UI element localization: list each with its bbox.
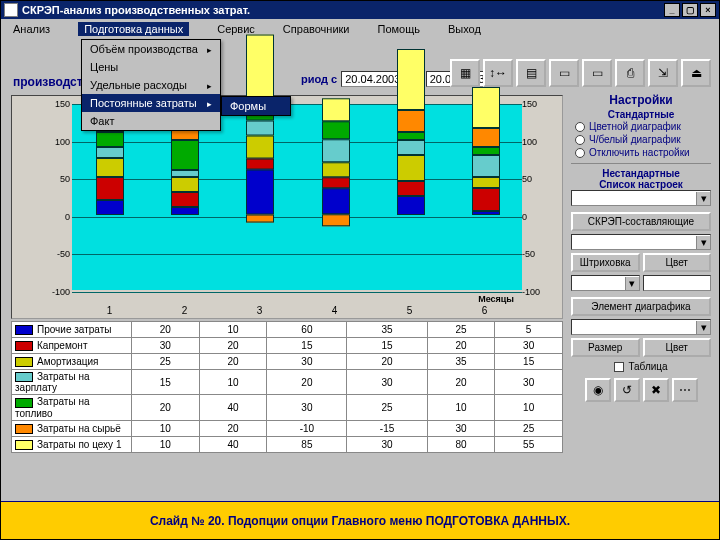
menu-dropdown: Объём производстваЦеныУдельные расходыПо… xyxy=(81,39,221,131)
element-combo[interactable]: ▾ xyxy=(571,319,711,335)
tool-exit-icon[interactable]: ⏏ xyxy=(681,59,711,87)
table-row: Капремонт302015152030 xyxy=(12,338,563,354)
table-row: Прочие затраты20106035255 xyxy=(12,322,563,338)
settings-std-label: Стандартные xyxy=(571,109,711,120)
color-button[interactable]: Цвет xyxy=(643,253,712,272)
menu-item[interactable]: Постоянные затраты xyxy=(82,94,220,112)
table-checkbox[interactable]: Таблица xyxy=(571,361,711,372)
radio-option[interactable]: Ч/белый диаграфик xyxy=(571,133,711,146)
title-bar: СКРЭП-анализ производственных затрат. _ … xyxy=(1,1,719,19)
series-combo[interactable]: ▾ xyxy=(571,234,711,250)
maximize-button[interactable]: ▢ xyxy=(682,3,698,17)
table-row: Затраты по цеху 1104085308055 xyxy=(12,436,563,452)
radio-option[interactable]: Цветной диаграфик xyxy=(571,120,711,133)
slide-caption: Слайд № 20. Подопции опции Главного меню… xyxy=(1,501,719,539)
menu-item[interactable]: Цены xyxy=(82,58,220,76)
settings-panel: Настройки Стандартные Цветной диаграфикЧ… xyxy=(571,91,711,402)
more-icon[interactable]: ⋯ xyxy=(672,378,698,402)
window-title: СКРЭП-анализ производственных затрат. xyxy=(22,4,250,16)
menu-0[interactable]: Анализ xyxy=(13,23,50,35)
submenu-item[interactable]: Формы xyxy=(222,97,290,115)
settings-title: Настройки xyxy=(571,91,711,109)
menu-submenu: Формы xyxy=(221,96,291,116)
menu-5[interactable]: Выход xyxy=(448,23,481,35)
color2-button[interactable]: Цвет xyxy=(643,338,712,357)
apply-icon[interactable]: ◉ xyxy=(585,378,611,402)
table-row: Затраты на топливо204030251010 xyxy=(12,395,563,420)
reset1-icon[interactable]: ↺ xyxy=(614,378,640,402)
settings-list-label: Список настроек xyxy=(571,179,711,190)
series-button[interactable]: СКРЭП-составляющие xyxy=(571,212,711,231)
table-row: Амортизация252030203515 xyxy=(12,354,563,370)
tool-chart-icon[interactable]: ▦ xyxy=(450,59,480,87)
close-button[interactable]: × xyxy=(700,3,716,17)
minimize-button[interactable]: _ xyxy=(664,3,680,17)
toolbar: ▦ ↕↔ ▤ ▭ ▭ ⎙ ⇲ ⏏ xyxy=(450,59,711,87)
tool-print-icon[interactable]: ⎙ xyxy=(615,59,645,87)
x-axis-label: Месяцы xyxy=(478,294,514,304)
menu-3[interactable]: Справочники xyxy=(283,23,350,35)
remove-icon[interactable]: ✖ xyxy=(643,378,669,402)
date-from[interactable]: 20.04.2003 xyxy=(341,71,404,87)
tool-win2-icon[interactable]: ▭ xyxy=(582,59,612,87)
hatch-combo[interactable]: ▾ xyxy=(571,275,640,291)
menu-item[interactable]: Факт xyxy=(82,112,220,130)
data-table: Прочие затраты20106035255Капремонт302015… xyxy=(11,321,563,453)
table-row: Затраты на сырьё1020-10-153025 xyxy=(12,420,563,436)
element-button[interactable]: Элемент диаграфика xyxy=(571,297,711,316)
page-subtitle: производств xyxy=(13,75,90,89)
menu-4[interactable]: Помощь xyxy=(378,23,421,35)
table-row: Затраты на зарплату151020302030 xyxy=(12,370,563,395)
menu-2[interactable]: Сервис xyxy=(217,23,255,35)
tool-book-icon[interactable]: ▤ xyxy=(516,59,546,87)
settings-list-combo[interactable]: ▾ xyxy=(571,190,711,206)
settings-nonstd-label: Нестандартные xyxy=(571,168,711,179)
hatch-button[interactable]: Штриховка xyxy=(571,253,640,272)
menu-item[interactable]: Удельные расходы xyxy=(82,76,220,94)
radio-option[interactable]: Отключить настройки xyxy=(571,146,711,159)
menu-item[interactable]: Объём производства xyxy=(82,40,220,58)
app-icon xyxy=(4,3,18,17)
size-button[interactable]: Размер xyxy=(571,338,640,357)
menu-bar: АнализПодготовка данныхСервисСправочники… xyxy=(1,19,719,39)
menu-1[interactable]: Подготовка данных xyxy=(78,22,189,36)
tool-export-icon[interactable]: ⇲ xyxy=(648,59,678,87)
tool-win1-icon[interactable]: ▭ xyxy=(549,59,579,87)
tool-axes-icon[interactable]: ↕↔ xyxy=(483,59,513,87)
